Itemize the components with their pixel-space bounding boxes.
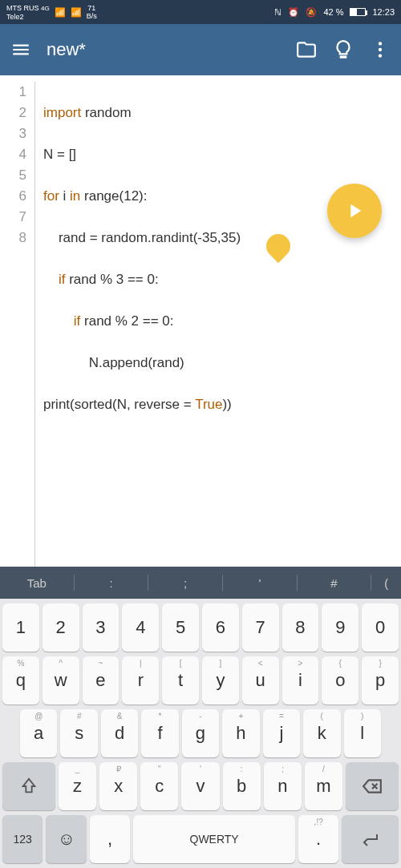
keyboard: 1 2 3 4 5 6 7 8 9 0 %q ^w ~e |r [t ]y <u…	[0, 599, 401, 868]
key-t[interactable]: [t	[162, 656, 199, 704]
status-bar: MTS RUS 4G Tele2 📶 📶 71 B/s ℕ ⏰ 🔕 42 % 1…	[0, 0, 401, 24]
key-z[interactable]: _z	[59, 762, 96, 810]
svg-point-0	[379, 42, 382, 45]
key-u[interactable]: <u	[242, 656, 279, 704]
key-l[interactable]: )l	[344, 709, 381, 757]
key-6[interactable]: 6	[202, 604, 239, 652]
shortcut-semicolon[interactable]: ;	[148, 576, 222, 590]
key-g[interactable]: -g	[182, 709, 219, 757]
key-c[interactable]: "c	[140, 762, 178, 810]
key-row-3: @a #s &d *f -g +h =j (k )l	[2, 709, 399, 757]
key-9[interactable]: 9	[322, 604, 358, 652]
key-v[interactable]: 'v	[181, 762, 219, 810]
key-x[interactable]: ₽x	[99, 762, 137, 810]
line-gutter: 12345678	[0, 82, 35, 567]
key-2[interactable]: 2	[43, 604, 79, 652]
key-7[interactable]: 7	[242, 604, 279, 652]
comma-key[interactable]: ,	[90, 815, 130, 863]
data-rate: 71 B/s	[87, 4, 97, 20]
backspace-key[interactable]	[346, 762, 399, 810]
shortcut-colon[interactable]: :	[75, 576, 148, 590]
key-1[interactable]: 1	[2, 604, 39, 652]
key-s[interactable]: #s	[60, 709, 97, 757]
key-m[interactable]: /m	[305, 762, 342, 810]
shortcut-paren[interactable]: (	[371, 576, 401, 590]
svg-point-2	[379, 54, 382, 57]
menu-icon[interactable]	[10, 38, 32, 61]
key-8[interactable]: 8	[282, 604, 319, 652]
key-row-5: 123 ☺ , QWERTY ,!?.	[2, 815, 399, 863]
key-a[interactable]: @a	[20, 709, 57, 757]
mute-icon: 🔕	[306, 7, 317, 18]
battery-icon	[350, 8, 366, 16]
key-r[interactable]: |r	[122, 656, 159, 704]
key-row-2: %q ^w ~e |r [t ]y <u >i {o }p	[2, 656, 399, 704]
shift-key[interactable]	[2, 762, 55, 810]
key-q[interactable]: %q	[2, 656, 39, 704]
key-k[interactable]: (k	[303, 709, 340, 757]
key-i[interactable]: >i	[282, 656, 319, 704]
key-y[interactable]: ]y	[202, 656, 239, 704]
carrier-info: MTS RUS 4G Tele2	[6, 4, 50, 21]
key-4[interactable]: 4	[122, 604, 159, 652]
key-3[interactable]: 3	[83, 604, 119, 652]
cursor-handle[interactable]	[261, 229, 295, 263]
key-j[interactable]: =j	[263, 709, 300, 757]
emoji-key[interactable]: ☺	[46, 815, 86, 863]
period-key[interactable]: ,!?.	[298, 815, 338, 863]
run-button[interactable]	[327, 184, 382, 238]
key-e[interactable]: ~e	[83, 656, 119, 704]
key-p[interactable]: }p	[362, 656, 399, 704]
svg-point-1	[379, 48, 382, 51]
shortcut-hash[interactable]: #	[298, 576, 371, 590]
key-row-1: 1 2 3 4 5 6 7 8 9 0	[2, 604, 399, 652]
signal-icon-2: 📶	[71, 7, 82, 18]
shortcut-bar: Tab : ; ' # (	[0, 567, 401, 599]
signal-icon-1: 📶	[55, 7, 66, 18]
app-bar: new*	[0, 24, 401, 75]
clock: 12:23	[372, 7, 395, 17]
folder-icon[interactable]	[295, 38, 318, 61]
lightbulb-icon[interactable]	[332, 38, 354, 61]
key-5[interactable]: 5	[162, 604, 199, 652]
code-editor[interactable]: 12345678 import random N = [] for i in r…	[0, 75, 401, 567]
space-key[interactable]: QWERTY	[133, 815, 295, 863]
file-title: new*	[47, 39, 281, 60]
key-b[interactable]: :b	[223, 762, 261, 810]
enter-key[interactable]	[342, 815, 399, 863]
key-n[interactable]: ;n	[264, 762, 302, 810]
mode-key[interactable]: 123	[2, 815, 43, 863]
key-d[interactable]: &d	[101, 709, 138, 757]
alarm-icon: ⏰	[288, 7, 299, 18]
key-f[interactable]: *f	[141, 709, 178, 757]
key-h[interactable]: +h	[222, 709, 259, 757]
key-0[interactable]: 0	[362, 604, 399, 652]
shortcut-quote[interactable]: '	[223, 576, 297, 590]
code-content[interactable]: import random N = [] for i in range(12):…	[35, 82, 241, 567]
shortcut-tab[interactable]: Tab	[0, 576, 74, 590]
nfc-icon: ℕ	[274, 7, 282, 18]
key-row-4: _z ₽x "c 'v :b ;n /m	[2, 762, 399, 810]
key-w[interactable]: ^w	[43, 656, 79, 704]
more-icon[interactable]	[369, 38, 391, 61]
battery-percent: 42 %	[323, 7, 343, 17]
key-o[interactable]: {o	[322, 656, 358, 704]
